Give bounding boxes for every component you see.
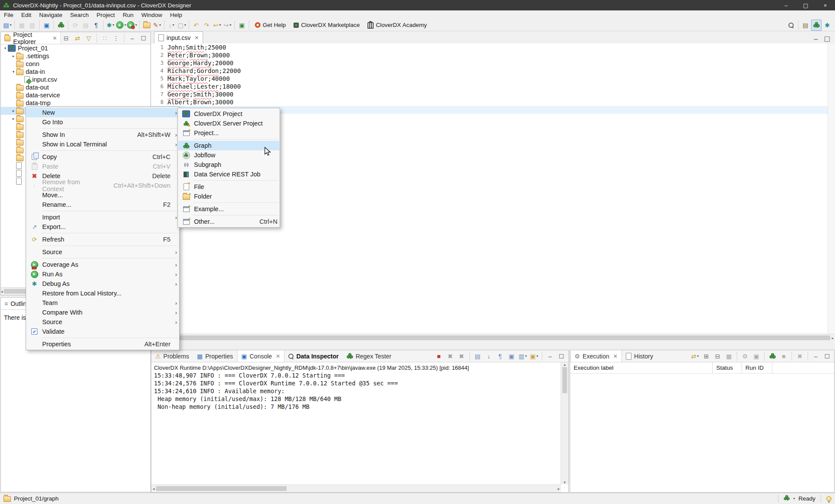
profile-run-button[interactable]: ▶▾ [127, 20, 137, 30]
clover-perspective-button[interactable] [811, 20, 822, 31]
tree-item-data-out[interactable]: data-out [1, 83, 150, 91]
minimize-button[interactable]: – [127, 33, 137, 43]
collapse-all-button[interactable]: ⊟ [713, 351, 722, 361]
expand-arrow-icon[interactable]: ▸ [11, 109, 16, 113]
menu-item-graph[interactable]: Graph [178, 141, 279, 150]
menu-window[interactable]: Window [137, 11, 166, 19]
scroll-left-icon[interactable]: ◂ [153, 487, 155, 491]
minimize-button[interactable]: – [811, 351, 821, 361]
tree-mode-button[interactable]: ▦ [724, 351, 734, 361]
filter-button[interactable]: ▽ [84, 33, 94, 43]
menu-item-source[interactable]: Source› [27, 317, 179, 327]
tab-input-csv[interactable]: input.csv ✕ [154, 31, 203, 43]
window-button[interactable]: ▢▾ [177, 20, 187, 30]
expand-all-button[interactable]: ⊞ [701, 351, 711, 361]
debug-perspective-button[interactable]: ✱ [822, 20, 832, 30]
menu-item-source[interactable]: Source› [27, 247, 179, 257]
column-header-status[interactable]: Status [713, 362, 742, 373]
console-window-button[interactable]: ▣ [42, 20, 51, 30]
tree-item-input-csv[interactable]: input.csv [1, 76, 150, 83]
tab-data-inspector[interactable]: Data Inspector [284, 350, 342, 362]
menu-item-export[interactable]: ↗Export... [27, 222, 179, 232]
menu-item-rename[interactable]: Rename...F2 [27, 200, 179, 209]
close-button[interactable]: × [815, 0, 835, 10]
display-console-button[interactable]: ▥▾ [518, 351, 528, 361]
maximize-button[interactable]: ☐ [557, 351, 566, 361]
menu-item-copy[interactable]: CopyCtrl+C [27, 152, 179, 162]
menu-item-coverage-as[interactable]: ▶Coverage As› [27, 260, 179, 269]
tab-execution[interactable]: ⚙Execution✕ [570, 350, 622, 362]
scroll-left-icon[interactable]: ◂ [1, 289, 3, 294]
menu-item-cloverdx-project[interactable]: CloverDX Project [178, 109, 279, 119]
link-editor-button[interactable]: ▣ [237, 20, 247, 30]
menu-item-other[interactable]: ✦Other...Ctrl+N [178, 217, 279, 226]
stop-button[interactable]: ■ [779, 351, 788, 361]
minimize-button[interactable]: – [545, 351, 555, 361]
tab-project-explorer[interactable]: Project Explorer ✕ [1, 32, 61, 44]
server-status-icon[interactable] [784, 495, 790, 502]
menu-item-folder[interactable]: ✦Folder [178, 192, 279, 201]
menu-item-remove-from-context[interactable]: ↓Remove from ContextCtrl+Alt+Shift+Down [27, 181, 179, 190]
scroll-thumb[interactable] [156, 335, 831, 340]
focus-button[interactable]: ∷ [100, 33, 110, 43]
chevron-down-icon[interactable]: ▾ [793, 497, 795, 501]
scroll-lock-button[interactable]: ↓ [484, 351, 494, 361]
open-console-button[interactable]: ▣ [752, 351, 761, 361]
run-button[interactable]: ▶▾ [116, 20, 126, 30]
maximize-button[interactable]: ☐ [822, 351, 832, 361]
maximize-icon[interactable]: ☐ [823, 35, 832, 43]
new-graph-button[interactable]: ▤▾ [3, 20, 12, 30]
menu-item-go-into[interactable]: Go Into [27, 117, 179, 127]
terminate-button[interactable]: ■ [434, 351, 444, 361]
tree-item-conn[interactable]: conn [1, 60, 150, 68]
menu-item-file[interactable]: ✦File [178, 182, 279, 192]
filter-executions-button[interactable]: ⇄▾ [690, 351, 700, 361]
menu-item-validate[interactable]: ✔Validate [27, 327, 179, 336]
tab-regex-tester[interactable]: Regex Tester [343, 350, 395, 362]
get-help-link[interactable]: Get Help [255, 22, 286, 28]
tab-problems[interactable]: ⚠Problems [151, 350, 193, 362]
tab-history[interactable]: History [622, 350, 657, 362]
forward-button[interactable]: ↪▾ [223, 20, 232, 30]
menu-item-show-in-local-terminal[interactable]: Show in Local Terminal› [27, 139, 179, 149]
column-header-execution-label[interactable]: Execution label [570, 362, 713, 373]
menu-item-paste[interactable]: PasteCtrl+V [27, 162, 179, 171]
tree-item-project-01[interactable]: ▾ Project_01 [1, 44, 150, 52]
scroll-thumb[interactable] [562, 367, 567, 393]
menu-item-example[interactable]: ✦Example... [178, 204, 279, 214]
menu-project[interactable]: Project [93, 11, 119, 19]
tab-console[interactable]: ▣Console✕ [237, 350, 285, 362]
marketplace-link[interactable]: CloverDX Marketplace [294, 22, 360, 28]
maximize-button[interactable]: ☐ [139, 33, 148, 43]
menu-file[interactable]: File [0, 11, 17, 19]
menu-item-import[interactable]: Import› [27, 212, 179, 222]
open-perspective-button[interactable]: ▤ [801, 20, 810, 30]
clover-server-button[interactable] [768, 351, 777, 361]
runtime-clover-button[interactable] [56, 20, 66, 30]
remove-all-button[interactable]: ✖ [457, 351, 466, 361]
menu-item-run-as[interactable]: ▶Run As› [27, 269, 179, 279]
show-whitespace-button[interactable]: ¶ [91, 20, 101, 30]
notification-bulb-icon[interactable] [826, 496, 832, 501]
tree-item-data-service[interactable]: data-service [1, 91, 150, 99]
pin-console-button[interactable]: ▣ [507, 351, 516, 361]
expand-arrow-icon[interactable]: ▾ [11, 70, 16, 74]
format-button[interactable]: ✎▾ [152, 20, 162, 30]
menu-item-data-service-rest-job[interactable]: Data Service REST Job [178, 169, 279, 179]
show-agents-button[interactable]: ⚙ [740, 351, 750, 361]
import-window-button[interactable]: ↓▾ [167, 20, 176, 30]
scroll-down-icon[interactable]: ▾ [564, 480, 566, 484]
search-button[interactable] [786, 20, 796, 30]
open-console-button[interactable]: ▣▾ [529, 351, 539, 361]
menu-edit[interactable]: Edit [17, 11, 35, 19]
menu-navigate[interactable]: Navigate [35, 11, 66, 19]
tree-item-data-in[interactable]: ▾data-in [1, 68, 150, 76]
scroll-right-icon[interactable]: ▸ [558, 487, 560, 491]
graph-source-button[interactable]: ▤ [81, 20, 90, 30]
scroll-right-icon[interactable]: ▸ [832, 336, 834, 340]
menu-help[interactable]: Help [166, 11, 186, 19]
view-menu-button[interactable]: ⋮ [111, 33, 121, 43]
console-vscrollbar[interactable]: ▴▾ [561, 362, 568, 484]
scroll-thumb[interactable] [156, 486, 287, 491]
link-editor-button[interactable]: ⇄ [73, 33, 82, 43]
